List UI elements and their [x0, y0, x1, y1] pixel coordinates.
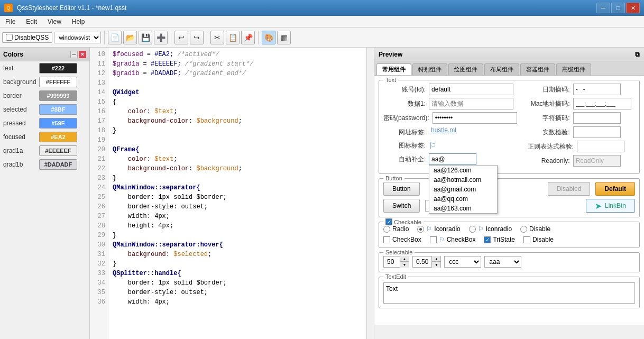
- menu-help[interactable]: Help: [67, 17, 90, 26]
- open-button[interactable]: 📂: [123, 31, 137, 44]
- maximize-button[interactable]: □: [611, 3, 625, 13]
- line-num: 18: [90, 126, 105, 135]
- input-mac[interactable]: [573, 98, 631, 109]
- input-data[interactable]: [429, 98, 513, 109]
- autocomplete-item-5[interactable]: aa@163.com: [429, 204, 497, 213]
- preview-panel: Preview ⧉ 常用组件 特别组件 绘图组件 布局组件 容器组件 高级组件 …: [374, 48, 644, 339]
- code-line: QWidget: [113, 88, 362, 97]
- code-editor[interactable]: $focused = #EA2; /*actived*/$grad1a = #E…: [108, 48, 366, 339]
- title-bar: Q QssStylesheet Editor v1.1 - *new1.qsst…: [0, 0, 644, 16]
- tab-layout[interactable]: 布局组件: [484, 63, 519, 75]
- title-bar-controls: ─ □ ✕: [596, 3, 640, 13]
- input-password[interactable]: [433, 112, 517, 124]
- autocomplete-item-2[interactable]: aa@hotmail.com: [429, 175, 497, 185]
- menu-edit[interactable]: Edit: [21, 17, 42, 26]
- new-button[interactable]: 📄: [108, 31, 122, 44]
- text-edit[interactable]: Text: [383, 282, 635, 304]
- color-swatch-focused[interactable]: #EA2: [39, 132, 77, 142]
- spinbox-2-controls: ▲ ▼: [431, 256, 440, 268]
- code-line: $grad1a = #EEEEEF; /*gradient start*/: [113, 59, 362, 69]
- autocomplete-container: aa@126.com aa@hotmail.com aa@gmail.com a…: [429, 153, 476, 165]
- save-button[interactable]: 💾: [139, 31, 152, 44]
- title-bar-left: Q QssStylesheet Editor v1.1 - *new1.qsst: [4, 4, 126, 12]
- radio-item-1[interactable]: Radio: [383, 225, 409, 233]
- color-swatch-text[interactable]: #222: [39, 63, 77, 74]
- cut-button[interactable]: ✂: [210, 31, 224, 44]
- disable-qss-check[interactable]: [6, 34, 13, 41]
- color-list: text#222background#FFFFFFborder#999999se…: [0, 61, 89, 171]
- autocomplete-item-3[interactable]: aa@gmail.com: [429, 185, 497, 194]
- label-url: 网址标签:: [383, 128, 426, 137]
- copy-button[interactable]: 📋: [226, 31, 240, 44]
- input-char[interactable]: [573, 112, 621, 124]
- button-group-title: Button: [383, 175, 404, 181]
- link-url[interactable]: hustle.ml: [429, 126, 476, 138]
- tab-common[interactable]: 常用组件: [376, 63, 411, 75]
- autocomplete-item-4[interactable]: aa@qq.com: [429, 194, 497, 204]
- checkable-checkbox[interactable]: ✓ Checkable: [385, 218, 421, 225]
- toolbar-sep-4: [258, 31, 259, 44]
- tab-special[interactable]: 特别组件: [412, 63, 447, 75]
- menu-file[interactable]: File: [0, 17, 21, 26]
- disabled-button[interactable]: Disabled: [548, 182, 591, 196]
- switch-button[interactable]: Switch: [383, 199, 420, 213]
- line-numbers: 1011121314151617181920212223242526272829…: [90, 48, 108, 339]
- text-columns: 账号(Id): 数据1: 密码(password):: [383, 84, 635, 169]
- color-swatch-qrad1a[interactable]: #EEEEEF: [39, 145, 77, 156]
- color-swatch-qrad1b[interactable]: #DADADF: [39, 159, 77, 170]
- spinbox-1-down[interactable]: ▼: [400, 262, 409, 268]
- color-swatch-selected[interactable]: #8BF: [39, 104, 77, 115]
- spinbox-1-value: 50: [384, 258, 400, 265]
- radio-item-3[interactable]: ⚐ Iconradio: [469, 225, 512, 233]
- select-ccc[interactable]: ccc: [444, 256, 481, 268]
- label-date: 日期摘码:: [528, 85, 570, 94]
- code-line: QMainWindow::separator{: [113, 183, 362, 193]
- tab-container[interactable]: 容器组件: [520, 63, 555, 75]
- radio-item-2[interactable]: ⚐ Iconradio: [417, 225, 460, 233]
- editor-scrollbar[interactable]: [366, 48, 374, 339]
- check-item-3[interactable]: ✓ TriState: [484, 236, 515, 243]
- paste-button[interactable]: 📌: [241, 31, 255, 44]
- autocomplete-input[interactable]: [429, 153, 476, 165]
- check-label-1: CheckBox: [392, 236, 421, 243]
- theme-select[interactable]: windowsvist default: [54, 32, 101, 43]
- tab-drawing[interactable]: 绘图组件: [448, 63, 483, 75]
- input-regex[interactable]: [577, 141, 624, 152]
- color-swatch-pressed[interactable]: #59F: [39, 118, 77, 129]
- input-date[interactable]: [573, 84, 621, 95]
- color-button[interactable]: 🎨: [262, 31, 275, 44]
- input-id[interactable]: [429, 84, 513, 95]
- spinbox-2-down[interactable]: ▼: [432, 262, 440, 268]
- tab-advanced[interactable]: 高级组件: [556, 63, 591, 75]
- editor-area: 1011121314151617181920212223242526272829…: [90, 48, 374, 339]
- form-row-icon: 图标标签: ⚐: [383, 141, 517, 151]
- undo-button[interactable]: ↩: [174, 31, 188, 44]
- select-aaa[interactable]: aaa: [484, 256, 521, 268]
- check-item-2[interactable]: ⚐ CheckBox: [430, 236, 476, 243]
- close-button[interactable]: ✕: [626, 3, 640, 13]
- grid-button[interactable]: ▦: [277, 31, 291, 44]
- spinbox-1[interactable]: 50 ▲ ▼: [383, 256, 409, 268]
- color-swatch-background[interactable]: #FFFFFF: [39, 77, 77, 87]
- menu-view[interactable]: View: [42, 17, 67, 26]
- color-swatch-border[interactable]: #999999: [39, 90, 77, 101]
- line-num: 17: [90, 116, 105, 126]
- code-line: [113, 78, 362, 88]
- autocomplete-item-1[interactable]: aa@126.com: [429, 166, 497, 175]
- redo-button[interactable]: ↪: [190, 31, 204, 44]
- link-button[interactable]: ➤ LinkBtn: [586, 199, 635, 213]
- spinbox-2[interactable]: 0.50 ▲ ▼: [412, 256, 441, 268]
- spinbox-2-up[interactable]: ▲: [432, 256, 440, 262]
- colors-close-button[interactable]: ✕: [79, 51, 86, 58]
- spinbox-1-up[interactable]: ▲: [400, 256, 409, 262]
- check-item-1[interactable]: CheckBox: [383, 236, 421, 243]
- colors-float-button[interactable]: ─: [70, 51, 78, 58]
- preview-button[interactable]: Button: [383, 182, 420, 196]
- default-button[interactable]: Default: [595, 182, 635, 196]
- disable-qss-checkbox[interactable]: DisableQSS: [2, 32, 52, 43]
- selectable-group: Selectable 50 ▲ ▼ 0.50 ▲ ▼: [379, 252, 640, 272]
- input-real[interactable]: [573, 126, 621, 138]
- minimize-button[interactable]: ─: [596, 3, 610, 13]
- add-button[interactable]: ➕: [154, 31, 168, 44]
- label-readonly: Readonly:: [528, 157, 570, 164]
